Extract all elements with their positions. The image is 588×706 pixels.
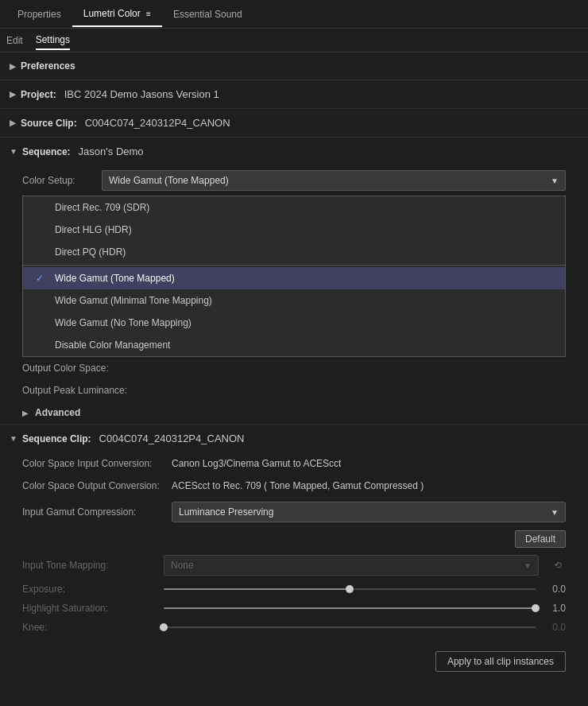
dropdown-divider	[23, 265, 565, 266]
sequence-clip-section: ▼ Sequence Clip: C004C074_240312P4_CANON…	[0, 425, 588, 680]
input-tone-value: None	[171, 560, 194, 571]
highlight-sat-slider[interactable]	[164, 607, 536, 609]
dropdown-arrow-icon: ▼	[551, 176, 559, 185]
output-peak-luminance-row: Output Peak Luminance:	[0, 379, 588, 401]
source-clip-value: C004C074_240312P4_CANON	[85, 117, 230, 129]
color-setup-label: Color Setup:	[22, 175, 102, 186]
source-clip-chevron-icon: ▶	[10, 118, 16, 127]
knee-label: Knee:	[22, 622, 157, 633]
highlight-sat-thumb[interactable]	[532, 604, 540, 612]
default-btn-row: Default	[0, 527, 588, 551]
project-value: IBC 2024 Demo Jasons Version 1	[64, 88, 219, 100]
color-space-output-label: Color Space Output Conversion:	[22, 480, 165, 491]
sequence-clip-label: Sequence Clip:	[22, 433, 91, 444]
exposure-slider[interactable]	[164, 588, 536, 590]
nav-settings[interactable]: Settings	[36, 31, 70, 50]
tab-lumetri-color[interactable]: Lumetri Color ≡	[72, 2, 162, 27]
exposure-label: Exposure:	[22, 584, 157, 595]
input-gamut-arrow-icon: ▼	[551, 508, 559, 517]
dropdown-item-direct-hlg[interactable]: Direct HLG (HDR)	[23, 219, 565, 241]
color-space-input-value: Canon Log3/Cinema Gamut to ACEScct	[172, 458, 566, 469]
input-gamut-row: Input Gamut Compression: Luminance Prese…	[0, 497, 588, 527]
sequence-clip-value: C004C074_240312P4_CANON	[99, 433, 245, 444]
color-space-input-label: Color Space Input Conversion:	[22, 458, 165, 469]
source-clip-section: ▶ Source Clip: C004C074_240312P4_CANON	[0, 109, 588, 138]
exposure-value: 0.0	[542, 584, 566, 595]
knee-thumb[interactable]	[160, 623, 168, 631]
color-setup-selected-value: Wide Gamut (Tone Mapped)	[109, 175, 229, 186]
sequence-chevron-icon: ▼	[10, 147, 17, 156]
knee-value: 0.0	[542, 622, 566, 633]
preferences-label: Preferences	[21, 60, 75, 72]
input-tone-mapping-row: Input Tone Mapping: None ▼ ⟲	[0, 551, 588, 580]
dropdown-item-wide-gamut-tone-mapped[interactable]: ✓ Wide Gamut (Tone Mapped)	[23, 267, 565, 289]
source-clip-label: Source Clip:	[21, 118, 77, 129]
input-gamut-value: Luminance Preserving	[179, 506, 273, 518]
apply-btn-row: Apply to all clip instances	[0, 643, 588, 680]
exposure-thumb[interactable]	[346, 585, 354, 593]
secondary-nav: Edit Settings	[0, 29, 588, 52]
highlight-sat-value: 1.0	[542, 603, 566, 614]
input-tone-reset-icon[interactable]: ⟲	[550, 557, 566, 573]
exposure-row: Exposure: 0.0	[0, 580, 588, 599]
exposure-fill	[164, 588, 350, 590]
nav-edit[interactable]: Edit	[6, 32, 23, 49]
color-space-output-row: Color Space Output Conversion: ACEScct t…	[0, 475, 588, 497]
dropdown-item-direct-pq[interactable]: Direct PQ (HDR)	[23, 241, 565, 263]
preferences-header[interactable]: ▶ Preferences	[0, 52, 588, 80]
check-icon: ✓	[36, 273, 48, 284]
highlight-sat-fill	[164, 607, 536, 609]
output-color-space-row: Output Color Space:	[0, 357, 588, 379]
sequence-header[interactable]: ▼ Sequence: Jason's Demo	[0, 138, 588, 165]
default-button[interactable]: Default	[515, 530, 566, 548]
knee-row: Knee: 0.0	[0, 618, 588, 637]
preferences-chevron-icon: ▶	[10, 62, 16, 71]
output-color-space-label: Output Color Space:	[22, 363, 165, 374]
color-setup-dropdown[interactable]: Wide Gamut (Tone Mapped) ▼	[102, 170, 566, 191]
project-header[interactable]: ▶ Project: IBC 2024 Demo Jasons Version …	[0, 80, 588, 108]
sequence-section: ▼ Sequence: Jason's Demo Color Setup: Wi…	[0, 138, 588, 425]
color-space-output-value: ACEScct to Rec. 709 ( Tone Mapped, Gamut…	[172, 480, 566, 491]
sequence-value: Jason's Demo	[79, 145, 144, 157]
highlight-sat-label: Highlight Saturation:	[22, 603, 157, 614]
advanced-label: Advanced	[35, 407, 178, 418]
tab-properties[interactable]: Properties	[6, 2, 72, 26]
output-peak-luminance-label: Output Peak Luminance:	[22, 385, 165, 396]
input-tone-dropdown[interactable]: None ▼	[164, 555, 539, 576]
color-setup-dropdown-menu: Direct Rec. 709 (SDR) Direct HLG (HDR) D…	[22, 196, 566, 357]
project-chevron-icon: ▶	[10, 90, 16, 99]
input-gamut-label: Input Gamut Compression:	[22, 506, 165, 518]
sequence-label: Sequence:	[22, 146, 71, 157]
input-tone-arrow-icon: ▼	[524, 561, 532, 570]
color-setup-row: Color Setup: Wide Gamut (Tone Mapped) ▼	[0, 165, 588, 196]
sequence-clip-chevron-icon: ▼	[10, 434, 17, 443]
input-gamut-dropdown-container: Luminance Preserving ▼	[172, 502, 566, 522]
knee-slider[interactable]	[164, 626, 536, 628]
project-label: Project:	[21, 89, 56, 100]
apply-all-clips-button[interactable]: Apply to all clip instances	[435, 651, 566, 672]
dropdown-item-disable-color[interactable]: Disable Color Management	[23, 334, 565, 356]
sequence-clip-header[interactable]: ▼ Sequence Clip: C004C074_240312P4_CANON	[0, 425, 588, 452]
dropdown-item-direct-rec-709[interactable]: Direct Rec. 709 (SDR)	[23, 196, 565, 219]
tab-essential-sound[interactable]: Essential Sound	[162, 2, 253, 26]
menu-icon: ≡	[146, 10, 151, 18]
dropdown-item-wide-gamut-minimal[interactable]: Wide Gamut (Minimal Tone Mapping)	[23, 289, 565, 312]
preferences-section: ▶ Preferences	[0, 52, 588, 80]
tab-bar: Properties Lumetri Color ≡ Essential Sou…	[0, 0, 588, 29]
project-section: ▶ Project: IBC 2024 Demo Jasons Version …	[0, 80, 588, 109]
color-setup-dropdown-container: Wide Gamut (Tone Mapped) ▼	[102, 170, 566, 191]
main-content: ▶ Preferences ▶ Project: IBC 2024 Demo J…	[0, 52, 588, 680]
color-space-input-row: Color Space Input Conversion: Canon Log3…	[0, 452, 588, 475]
highlight-sat-row: Highlight Saturation: 1.0	[0, 599, 588, 618]
dropdown-item-wide-gamut-no-tone[interactable]: Wide Gamut (No Tone Mapping)	[23, 312, 565, 334]
advanced-row[interactable]: ▶ Advanced	[0, 401, 588, 424]
input-tone-label: Input Tone Mapping:	[22, 560, 157, 571]
advanced-chevron-icon: ▶	[22, 409, 29, 417]
input-gamut-dropdown[interactable]: Luminance Preserving ▼	[172, 502, 566, 522]
source-clip-header[interactable]: ▶ Source Clip: C004C074_240312P4_CANON	[0, 109, 588, 137]
